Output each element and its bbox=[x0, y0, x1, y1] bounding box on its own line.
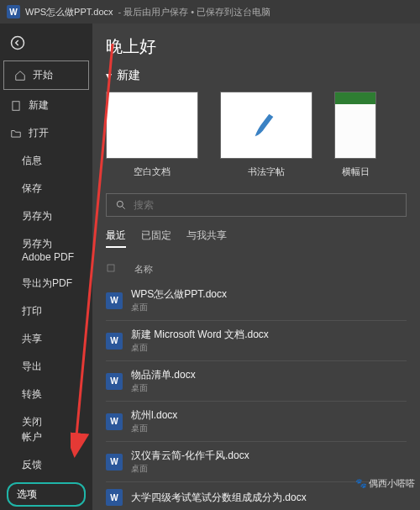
sidebar-new[interactable]: 新建 bbox=[0, 92, 92, 119]
file-tabs: 最近 已固定 与我共享 bbox=[106, 229, 407, 248]
doc-status: - 最后由用户保存 • 已保存到这台电脑 bbox=[118, 6, 271, 18]
word-app-icon: W bbox=[7, 5, 20, 18]
sidebar-new-label: 新建 bbox=[29, 98, 49, 113]
watermark: 🐾偶西小嗒嗒 bbox=[355, 477, 415, 490]
sidebar-share[interactable]: 共享 bbox=[0, 325, 92, 353]
word-file-icon: W bbox=[106, 413, 123, 430]
recent-file-list: WWPS怎么做PPT.docx桌面W新建 Microsoft Word 文档.d… bbox=[106, 281, 407, 510]
sidebar-print[interactable]: 打印 bbox=[0, 297, 92, 325]
word-file-icon: W bbox=[106, 489, 123, 506]
backstage-sidebar: 开始 新建 打开 信息 保存 另存为 另存为 Adobe PDF 导出为PDF … bbox=[0, 24, 92, 510]
file-location: 桌面 bbox=[131, 302, 227, 313]
list-header: 名称 bbox=[106, 258, 407, 281]
word-file-icon: W bbox=[106, 292, 123, 309]
sidebar-options[interactable]: 选项 bbox=[7, 482, 86, 507]
template-blank[interactable]: 空白文档 bbox=[106, 92, 198, 178]
sidebar-saveas[interactable]: 另存为 bbox=[0, 202, 92, 230]
back-button[interactable] bbox=[5, 30, 30, 55]
col-name: 名称 bbox=[134, 263, 153, 276]
brush-icon bbox=[249, 108, 283, 142]
svg-point-0 bbox=[12, 37, 24, 50]
tab-recent[interactable]: 最近 bbox=[106, 229, 126, 248]
file-name: 汉仪青云简-化作千风.docx bbox=[131, 449, 249, 463]
sidebar-info[interactable]: 信息 bbox=[0, 147, 92, 175]
word-file-icon: W bbox=[106, 333, 123, 350]
sidebar-open[interactable]: 打开 bbox=[0, 119, 92, 147]
file-name: 大学四级考试笔试分数组成成分为.docx bbox=[131, 491, 307, 505]
file-name: 物品清单.docx bbox=[131, 368, 196, 382]
sidebar-feedback[interactable]: 反馈 bbox=[0, 451, 92, 479]
titlebar: W WPS怎么做PPT.docx - 最后由用户保存 • 已保存到这台电脑 bbox=[0, 0, 420, 24]
template-banner[interactable]: 横幅日 bbox=[334, 92, 376, 178]
template-banner-thumb bbox=[334, 92, 376, 159]
file-name: WPS怎么做PPT.docx bbox=[131, 287, 227, 302]
pin-col-icon bbox=[106, 263, 121, 276]
main-panel: 晚上好 ▾ 新建 空白文档 书法字帖 横幅日 bbox=[92, 24, 420, 510]
file-item[interactable]: W物品清单.docx桌面 bbox=[106, 360, 407, 401]
new-icon bbox=[10, 100, 22, 112]
file-location: 桌面 bbox=[131, 342, 269, 354]
search-input[interactable] bbox=[134, 199, 397, 211]
sidebar-exportpdf[interactable]: 导出为PDF bbox=[0, 270, 92, 297]
file-location: 桌面 bbox=[131, 423, 177, 434]
template-blank-thumb bbox=[106, 92, 198, 159]
template-callig-thumb bbox=[220, 92, 312, 159]
sidebar-export[interactable]: 导出 bbox=[0, 353, 92, 381]
template-calligraphy[interactable]: 书法字帖 bbox=[220, 92, 312, 178]
chevron-icon: ▾ bbox=[106, 69, 112, 82]
new-section-header: ▾ 新建 bbox=[106, 68, 407, 83]
svg-rect-1 bbox=[13, 101, 19, 110]
tab-shared[interactable]: 与我共享 bbox=[186, 229, 227, 248]
open-icon bbox=[10, 128, 22, 139]
svg-rect-3 bbox=[108, 265, 114, 271]
greeting: 晚上好 bbox=[106, 35, 407, 58]
sidebar-start[interactable]: 开始 bbox=[3, 60, 89, 90]
svg-point-2 bbox=[117, 201, 123, 207]
template-row: 空白文档 书法字帖 横幅日 bbox=[106, 92, 407, 178]
file-name: 杭州l.docx bbox=[131, 408, 177, 423]
file-location: 桌面 bbox=[131, 382, 196, 394]
file-item[interactable]: W汉仪青云简-化作千风.docx桌面 bbox=[106, 441, 407, 481]
word-file-icon: W bbox=[106, 454, 123, 471]
file-location: 桌面 bbox=[131, 463, 249, 475]
file-item[interactable]: W新建 Microsoft Word 文档.docx桌面 bbox=[106, 320, 407, 360]
word-file-icon: W bbox=[106, 373, 123, 390]
sidebar-open-label: 打开 bbox=[29, 126, 49, 140]
sidebar-save[interactable]: 保存 bbox=[0, 175, 92, 202]
doc-title: WPS怎么做PPT.docx bbox=[25, 6, 113, 18]
search-box[interactable] bbox=[106, 193, 407, 217]
file-item[interactable]: WWPS怎么做PPT.docx桌面 bbox=[106, 281, 407, 320]
sidebar-account[interactable]: 帐户 bbox=[0, 423, 92, 451]
sidebar-transform[interactable]: 转换 bbox=[0, 381, 92, 408]
sidebar-start-label: 开始 bbox=[33, 68, 53, 82]
sidebar-saveadobe[interactable]: 另存为 Adobe PDF bbox=[0, 230, 92, 270]
home-icon bbox=[14, 70, 26, 81]
search-icon bbox=[115, 199, 127, 211]
file-item[interactable]: W杭州l.docx桌面 bbox=[106, 401, 407, 441]
file-name: 新建 Microsoft Word 文档.docx bbox=[131, 328, 269, 342]
tab-pinned[interactable]: 已固定 bbox=[141, 229, 171, 248]
